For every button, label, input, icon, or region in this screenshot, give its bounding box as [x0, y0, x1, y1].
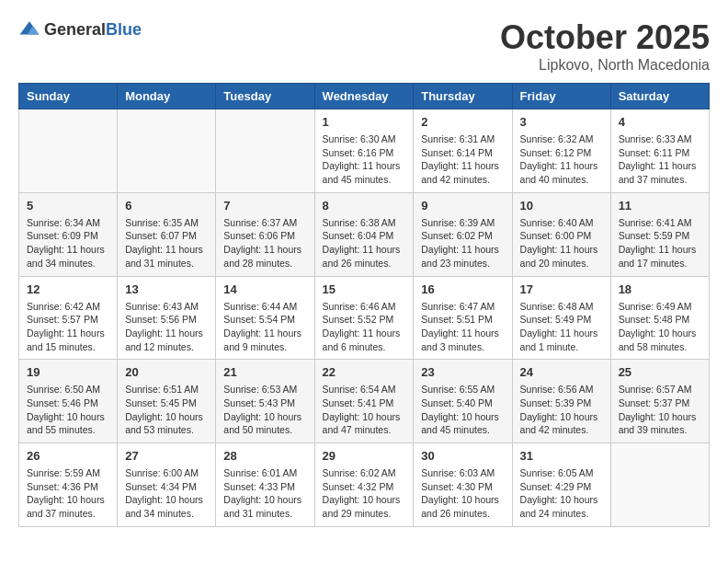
day-header-wednesday: Wednesday: [314, 84, 414, 109]
day-number: 16: [421, 282, 504, 296]
logo: GeneralBlue: [18, 18, 142, 40]
day-number: 7: [223, 199, 306, 213]
calendar-cell: 8Sunrise: 6:38 AM Sunset: 6:04 PM Daylig…: [314, 192, 414, 276]
calendar-cell: 12Sunrise: 6:42 AM Sunset: 5:57 PM Dayli…: [19, 276, 118, 360]
day-number: 19: [27, 365, 109, 379]
day-header-saturday: Saturday: [610, 84, 709, 109]
day-header-tuesday: Tuesday: [216, 84, 314, 109]
day-info: Sunrise: 6:01 AM Sunset: 4:33 PM Dayligh…: [223, 466, 306, 521]
day-number: 27: [125, 449, 208, 463]
calendar-header-row: SundayMondayTuesdayWednesdayThursdayFrid…: [19, 84, 710, 109]
day-info: Sunrise: 6:32 AM Sunset: 6:12 PM Dayligh…: [520, 132, 603, 187]
calendar-cell: 17Sunrise: 6:48 AM Sunset: 5:49 PM Dayli…: [512, 276, 610, 360]
calendar-cell: 1Sunrise: 6:30 AM Sunset: 6:16 PM Daylig…: [314, 109, 414, 193]
day-info: Sunrise: 6:43 AM Sunset: 5:56 PM Dayligh…: [125, 300, 208, 354]
day-number: 20: [125, 365, 208, 379]
calendar-cell: 14Sunrise: 6:44 AM Sunset: 5:54 PM Dayli…: [216, 276, 314, 360]
logo-icon: [18, 18, 40, 40]
calendar-cell: 28Sunrise: 6:01 AM Sunset: 4:33 PM Dayli…: [216, 443, 314, 527]
day-info: Sunrise: 6:03 AM Sunset: 4:30 PM Dayligh…: [421, 466, 504, 521]
day-number: 23: [421, 365, 504, 379]
day-number: 4: [619, 115, 701, 129]
day-header-friday: Friday: [512, 84, 610, 109]
day-number: 17: [520, 282, 603, 296]
calendar-cell: 27Sunrise: 6:00 AM Sunset: 4:34 PM Dayli…: [118, 443, 216, 527]
calendar-cell: 18Sunrise: 6:49 AM Sunset: 5:48 PM Dayli…: [610, 276, 709, 360]
day-header-sunday: Sunday: [19, 84, 118, 109]
day-info: Sunrise: 6:47 AM Sunset: 5:51 PM Dayligh…: [421, 300, 504, 354]
day-header-thursday: Thursday: [414, 84, 512, 109]
day-number: 24: [520, 365, 603, 379]
calendar-week-row: 1Sunrise: 6:30 AM Sunset: 6:16 PM Daylig…: [19, 109, 710, 193]
day-info: Sunrise: 6:35 AM Sunset: 6:07 PM Dayligh…: [125, 216, 208, 270]
calendar-cell: 16Sunrise: 6:47 AM Sunset: 5:51 PM Dayli…: [414, 276, 512, 360]
calendar-cell: 30Sunrise: 6:03 AM Sunset: 4:30 PM Dayli…: [414, 443, 512, 527]
calendar-week-row: 19Sunrise: 6:50 AM Sunset: 5:46 PM Dayli…: [19, 360, 710, 443]
day-number: 13: [125, 282, 208, 296]
day-info: Sunrise: 6:44 AM Sunset: 5:54 PM Dayligh…: [223, 300, 306, 354]
calendar-cell: 10Sunrise: 6:40 AM Sunset: 6:00 PM Dayli…: [512, 192, 610, 276]
calendar-cell: 2Sunrise: 6:31 AM Sunset: 6:14 PM Daylig…: [414, 109, 512, 193]
calendar-cell: 29Sunrise: 6:02 AM Sunset: 4:32 PM Dayli…: [314, 443, 414, 527]
day-number: 26: [27, 449, 109, 463]
calendar-week-row: 12Sunrise: 6:42 AM Sunset: 5:57 PM Dayli…: [19, 276, 710, 360]
day-info: Sunrise: 6:05 AM Sunset: 4:29 PM Dayligh…: [520, 466, 603, 521]
day-number: 10: [520, 199, 603, 213]
calendar-cell: 6Sunrise: 6:35 AM Sunset: 6:07 PM Daylig…: [118, 192, 216, 276]
calendar-cell: 13Sunrise: 6:43 AM Sunset: 5:56 PM Dayli…: [118, 276, 216, 360]
day-number: 25: [619, 365, 701, 379]
day-number: 15: [323, 282, 406, 296]
day-info: Sunrise: 6:54 AM Sunset: 5:41 PM Dayligh…: [323, 383, 406, 437]
calendar-cell: [216, 109, 314, 193]
logo-blue: Blue: [106, 20, 142, 39]
calendar-cell: 24Sunrise: 6:56 AM Sunset: 5:39 PM Dayli…: [512, 360, 610, 443]
day-info: Sunrise: 6:41 AM Sunset: 5:59 PM Dayligh…: [619, 216, 701, 270]
day-number: 22: [323, 365, 406, 379]
logo-general: General: [44, 20, 106, 39]
day-info: Sunrise: 6:42 AM Sunset: 5:57 PM Dayligh…: [27, 300, 109, 354]
calendar-cell: 3Sunrise: 6:32 AM Sunset: 6:12 PM Daylig…: [512, 109, 610, 193]
page-header: GeneralBlue October 2025 Lipkovo, North …: [18, 18, 710, 74]
day-number: 30: [421, 449, 504, 463]
calendar-cell: 21Sunrise: 6:53 AM Sunset: 5:43 PM Dayli…: [216, 360, 314, 443]
calendar-cell: 22Sunrise: 6:54 AM Sunset: 5:41 PM Dayli…: [314, 360, 414, 443]
day-info: Sunrise: 6:34 AM Sunset: 6:09 PM Dayligh…: [27, 216, 109, 270]
day-info: Sunrise: 6:38 AM Sunset: 6:04 PM Dayligh…: [323, 216, 406, 270]
day-number: 5: [27, 199, 109, 213]
day-number: 12: [27, 282, 109, 296]
day-number: 21: [223, 365, 306, 379]
day-number: 9: [421, 199, 504, 213]
calendar-cell: 9Sunrise: 6:39 AM Sunset: 6:02 PM Daylig…: [414, 192, 512, 276]
day-info: Sunrise: 6:55 AM Sunset: 5:40 PM Dayligh…: [421, 383, 504, 437]
day-number: 6: [125, 199, 208, 213]
day-info: Sunrise: 6:02 AM Sunset: 4:32 PM Dayligh…: [323, 466, 406, 521]
location: Lipkovo, North Macedonia: [500, 57, 710, 74]
calendar-week-row: 26Sunrise: 5:59 AM Sunset: 4:36 PM Dayli…: [19, 443, 710, 527]
calendar-cell: 26Sunrise: 5:59 AM Sunset: 4:36 PM Dayli…: [19, 443, 118, 527]
day-info: Sunrise: 6:39 AM Sunset: 6:02 PM Dayligh…: [421, 216, 504, 270]
day-number: 28: [223, 449, 306, 463]
day-info: Sunrise: 6:56 AM Sunset: 5:39 PM Dayligh…: [520, 383, 603, 437]
day-info: Sunrise: 6:30 AM Sunset: 6:16 PM Dayligh…: [323, 132, 406, 187]
calendar-cell: 15Sunrise: 6:46 AM Sunset: 5:52 PM Dayli…: [314, 276, 414, 360]
calendar-cell: 25Sunrise: 6:57 AM Sunset: 5:37 PM Dayli…: [610, 360, 709, 443]
calendar-table: SundayMondayTuesdayWednesdayThursdayFrid…: [18, 83, 710, 527]
day-info: Sunrise: 6:40 AM Sunset: 6:00 PM Dayligh…: [520, 216, 603, 270]
calendar-cell: 23Sunrise: 6:55 AM Sunset: 5:40 PM Dayli…: [414, 360, 512, 443]
day-number: 18: [619, 282, 701, 296]
day-info: Sunrise: 6:50 AM Sunset: 5:46 PM Dayligh…: [27, 383, 109, 437]
day-info: Sunrise: 6:57 AM Sunset: 5:37 PM Dayligh…: [619, 383, 701, 437]
day-number: 11: [619, 199, 701, 213]
title-block: October 2025 Lipkovo, North Macedonia: [500, 18, 710, 74]
day-number: 2: [421, 115, 504, 129]
day-info: Sunrise: 6:31 AM Sunset: 6:14 PM Dayligh…: [421, 132, 504, 187]
day-info: Sunrise: 6:48 AM Sunset: 5:49 PM Dayligh…: [520, 300, 603, 354]
day-number: 8: [323, 199, 406, 213]
calendar-cell: [610, 443, 709, 527]
calendar-cell: 7Sunrise: 6:37 AM Sunset: 6:06 PM Daylig…: [216, 192, 314, 276]
day-info: Sunrise: 6:00 AM Sunset: 4:34 PM Dayligh…: [125, 466, 208, 521]
calendar-cell: 19Sunrise: 6:50 AM Sunset: 5:46 PM Dayli…: [19, 360, 118, 443]
calendar-cell: 20Sunrise: 6:51 AM Sunset: 5:45 PM Dayli…: [118, 360, 216, 443]
calendar-week-row: 5Sunrise: 6:34 AM Sunset: 6:09 PM Daylig…: [19, 192, 710, 276]
day-info: Sunrise: 6:53 AM Sunset: 5:43 PM Dayligh…: [223, 383, 306, 437]
